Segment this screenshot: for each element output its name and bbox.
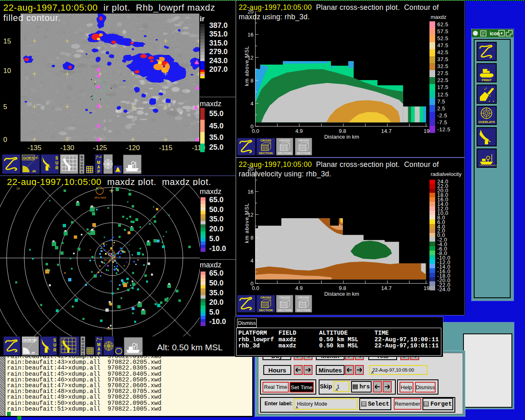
svg-text:SECTION: SECTION	[297, 308, 310, 312]
svg-text:R: R	[53, 348, 57, 352]
svg-text:U: U	[53, 343, 56, 347]
svg-text:GOES: GOES	[23, 338, 34, 342]
svg-text:P: P	[98, 352, 100, 356]
svg-text:M: M	[97, 342, 100, 347]
svg-text:.IR: .IR	[32, 169, 36, 173]
svg-text:CROSS: CROSS	[260, 296, 272, 299]
svg-text:SECTION: SECTION	[259, 151, 272, 155]
svg-text:10: 10	[16, 187, 20, 190]
svg-text:-125: -125	[106, 327, 113, 331]
svg-text:b=-125-5: b=-125-5	[104, 258, 116, 261]
svg-text:PRINT: PRINT	[482, 78, 492, 82]
svg-text:.IR: .IR	[31, 351, 35, 355]
svg-text:A: A	[97, 347, 100, 352]
svg-text:CROSS: CROSS	[298, 296, 309, 299]
svg-text:S: S	[82, 352, 84, 356]
svg-text:P: P	[97, 169, 100, 174]
svg-text:CROSS: CROSS	[279, 296, 290, 299]
svg-text:CROSS: CROSS	[279, 139, 290, 142]
svg-text:GOES: GOES	[23, 155, 34, 160]
svg-text:S: S	[53, 338, 56, 342]
svg-text:SECTION: SECTION	[297, 151, 310, 155]
svg-text:U: U	[55, 161, 58, 165]
svg-text:A: A	[97, 165, 100, 169]
svg-text:S: S	[81, 170, 83, 174]
svg-text:SECTION: SECTION	[259, 308, 272, 312]
svg-text:who-east: who-east	[94, 196, 106, 199]
svg-text:icon: icon	[490, 31, 500, 37]
svg-text:CROSS: CROSS	[260, 139, 272, 142]
svg-text:R: R	[55, 166, 59, 170]
svg-text:SECTION: SECTION	[278, 308, 291, 312]
svg-text:S: S	[55, 156, 58, 160]
svg-text:CROSS: CROSS	[298, 139, 309, 142]
svg-text:OVERLAYS: OVERLAYS	[478, 120, 495, 124]
svg-text:M: M	[97, 160, 100, 165]
svg-text:SECTION: SECTION	[278, 151, 291, 155]
